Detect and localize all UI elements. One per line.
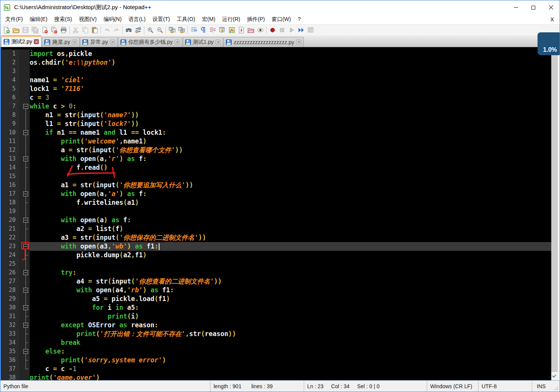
code-line[interactable]: a = str(input('你想查看哪个文件')) (30, 146, 551, 155)
code-line[interactable]: with open(a,'r') as f: (30, 155, 551, 163)
code-line[interactable] (30, 207, 551, 216)
code-line[interactable]: f.writelines(a1) (30, 198, 551, 207)
code-line[interactable]: l1 = str(input('lock?')) (30, 120, 551, 128)
user-defined-language-icon[interactable] (217, 25, 227, 35)
monitoring-icon[interactable] (255, 25, 265, 35)
show-all-characters-icon[interactable] (198, 25, 208, 35)
code-line[interactable]: f.read() (30, 163, 551, 172)
code-line[interactable] (30, 172, 551, 181)
tab-2[interactable]: 异常.py (80, 37, 118, 47)
code-line[interactable]: with open(a,'a') as f: (30, 190, 551, 198)
tab-close-icon[interactable] (34, 39, 39, 44)
zoom-out-icon[interactable] (155, 25, 164, 35)
tab-3[interactable]: 你想拥有多少钱.py (118, 37, 182, 47)
code-line[interactable]: print('sorry,system error') (30, 356, 551, 365)
paste-icon[interactable] (90, 25, 99, 35)
print-icon[interactable] (59, 25, 68, 35)
tab-close-icon[interactable] (110, 40, 115, 45)
tab-5[interactable]: zzzzzzzzzzzzzzzzzzzz.py (223, 37, 304, 47)
sync-horizontal-icon[interactable] (177, 25, 186, 35)
minimize-button[interactable] (507, 0, 525, 14)
tab-1[interactable]: 腌菜.py (42, 37, 80, 47)
code-line[interactable]: a1 = str(input('你想要追加写入什么')) (30, 181, 551, 190)
tab-close-icon[interactable] (72, 40, 77, 45)
fold-collapse-icon[interactable] (23, 156, 28, 161)
tab-close-icon[interactable] (296, 40, 301, 45)
code-line[interactable]: pickle.dump(a2,f1) (30, 251, 551, 260)
editor[interactable]: 1import os,pickle2os.chdir('e:\\python')… (0, 47, 560, 380)
macro-run-multiple-icon[interactable] (296, 25, 306, 35)
fold-collapse-icon[interactable] (23, 191, 28, 196)
code-line[interactable]: a2 = list(f) (30, 225, 551, 233)
close-icon[interactable] (40, 25, 49, 35)
menu-item-0[interactable]: 文件(F) (2, 15, 26, 24)
code-line[interactable]: try: (30, 268, 551, 277)
zoom-in-icon[interactable] (145, 25, 155, 35)
tab-0[interactable]: 测试2.py (1, 35, 41, 47)
code-line[interactable]: name1 = 'ciel' (30, 76, 551, 84)
menu-item-5[interactable]: 语言(L) (125, 15, 149, 24)
scroll-down-button[interactable] (551, 372, 558, 380)
fold-collapse-icon[interactable] (23, 244, 28, 249)
resize-grip[interactable] (554, 381, 560, 392)
folder-as-workspace-icon[interactable] (246, 25, 255, 35)
word-wrap-icon[interactable] (189, 25, 198, 35)
code-line[interactable]: print('welcome',name1) (30, 137, 551, 146)
menu-item-10[interactable]: 插件(P) (244, 15, 268, 24)
menu-item-6[interactable]: 设置(T) (149, 15, 173, 24)
menu-item-11[interactable]: 窗口(W) (268, 15, 295, 24)
code-line[interactable]: import os,pickle (30, 49, 551, 58)
code-line[interactable]: a5 = pickle.load(f1) (30, 295, 551, 303)
code-line[interactable]: while c > 0: (30, 102, 551, 111)
new-file-icon[interactable] (2, 25, 11, 35)
menu-item-7[interactable]: 工具(O) (173, 15, 198, 24)
code-line[interactable]: n1 = str(input('name?')) (30, 111, 551, 120)
code-line[interactable] (30, 67, 551, 76)
code-line[interactable]: lock1 = '7116' (30, 84, 551, 93)
fold-collapse-icon[interactable] (23, 349, 28, 354)
document-map-icon[interactable] (227, 25, 236, 35)
code-line[interactable]: with open(a4,'rb') as f1: (30, 286, 551, 295)
code-line[interactable]: if n1 == name1 and l1 == lock1: (30, 128, 551, 137)
code-line[interactable]: print(i) (30, 312, 551, 321)
maximize-button[interactable] (525, 0, 542, 14)
code-line[interactable]: print('game,over') (30, 373, 551, 380)
indent-guide-icon[interactable] (208, 25, 217, 35)
open-icon[interactable] (11, 25, 21, 35)
code-line[interactable]: c = c -1 (30, 365, 551, 373)
sync-vertical-icon[interactable] (167, 25, 177, 35)
code-line[interactable]: except OSError as reason: (30, 321, 551, 330)
code-line[interactable]: break (30, 338, 551, 347)
menu-item-2[interactable]: 搜索(S) (51, 15, 76, 24)
find-icon[interactable] (124, 25, 133, 35)
fold-collapse-icon[interactable] (23, 288, 28, 293)
macro-record-icon[interactable] (268, 25, 277, 35)
code-line[interactable]: for i in a5: (30, 303, 551, 312)
vertical-scrollbar[interactable] (551, 47, 558, 380)
tab-4[interactable]: 测试1.py (183, 37, 223, 47)
tab-close-icon[interactable] (215, 40, 220, 45)
menubar-close-icon[interactable]: X (549, 16, 556, 23)
menu-item-4[interactable]: 编码(N) (100, 15, 125, 24)
fold-collapse-icon[interactable] (23, 270, 28, 275)
fold-collapse-icon[interactable] (23, 323, 28, 328)
close-button[interactable] (542, 0, 560, 14)
code-line[interactable]: with open(a3,'wb') as f1: (30, 242, 551, 251)
menu-item-12[interactable]: ? (294, 15, 304, 24)
menu-item-9[interactable]: 运行(R) (219, 15, 244, 24)
menu-item-3[interactable]: 视图(V) (75, 15, 100, 24)
code-line[interactable]: a4 = str(input('你想查看的二进制文件名')) (30, 277, 551, 286)
function-list-icon[interactable] (236, 25, 246, 35)
code-line[interactable]: else: (30, 347, 551, 356)
code-line[interactable]: c = 3 (30, 93, 551, 102)
tab-close-icon[interactable] (175, 40, 180, 45)
menu-item-1[interactable]: 编辑(E) (26, 15, 51, 24)
fold-collapse-icon[interactable] (23, 305, 28, 310)
fold-collapse-icon[interactable] (23, 104, 28, 109)
code-line[interactable]: with open(a) as f: (30, 216, 551, 225)
menu-item-8[interactable]: 宏(M) (199, 15, 219, 24)
code-line[interactable]: print('打开出错：文件可能不存在',str(reason)) (30, 330, 551, 338)
replace-icon[interactable] (133, 25, 143, 35)
scrollbar-thumb[interactable] (551, 47, 558, 372)
fold-collapse-icon[interactable] (23, 218, 28, 223)
